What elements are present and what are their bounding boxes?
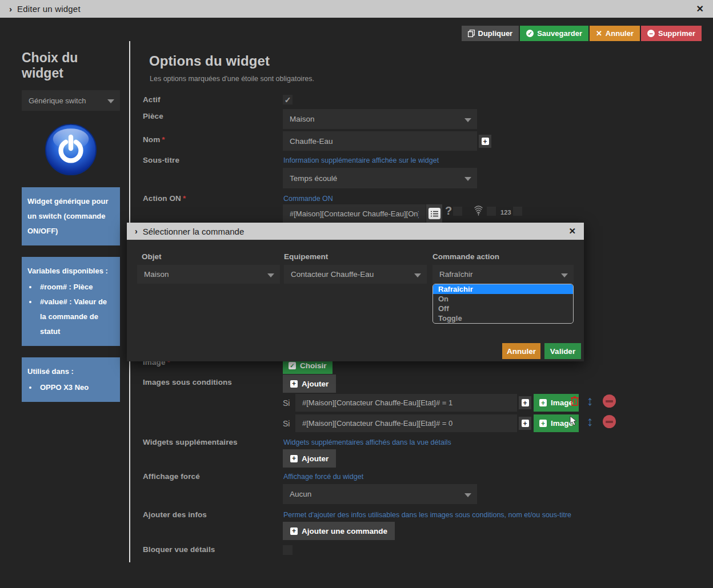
used-in-box: Utilisé dans : OPPO X3 Neo [22, 357, 120, 402]
widgets-sup-help: Widgets supplémentaires affichés dans la… [283, 438, 451, 446]
mouse-cursor [570, 416, 578, 426]
widget-description: Widget générique pour un switch (command… [27, 197, 108, 235]
equipement-select[interactable]: Contacteur Chauffe-Eau [284, 265, 427, 284]
list-icon [428, 208, 440, 219]
modal-title: Sélectionner la commande [143, 227, 245, 236]
condition-input-2[interactable] [295, 414, 517, 432]
add-widget-button[interactable]: + Ajouter [283, 449, 336, 468]
edit-widget-window: › Editer un widget ✕ Dupliquer ✓ Sauvega… [0, 0, 713, 588]
nom-input[interactable] [283, 131, 477, 151]
delete-button[interactable]: − Supprimer [641, 26, 702, 41]
objet-label: Objet [142, 252, 162, 261]
plus-icon: + [522, 399, 529, 406]
variable-item: #room# : Pièce [38, 280, 114, 295]
variable-item: #value# : Valeur de la commande de statu… [38, 295, 114, 339]
modal-validate-button[interactable]: Valider [544, 343, 581, 359]
condition-add-button-2[interactable]: + [519, 417, 531, 430]
reorder-icon[interactable]: ↕ [587, 415, 594, 428]
cancel-button[interactable]: ✕ Annuler [590, 26, 640, 41]
actif-checkbox[interactable]: ✓ [283, 95, 293, 104]
sous-titre-value: Temps écoulé [290, 174, 337, 183]
sous-titre-select[interactable]: Temps écoulé [283, 168, 477, 188]
plus-icon: + [482, 138, 489, 145]
save-label: Sauvegarder [537, 29, 582, 38]
check-square-icon: ✓ [289, 362, 296, 369]
used-in-title: Utilisé dans : [27, 364, 114, 379]
cancel-label: Annuler [606, 29, 634, 38]
save-button[interactable]: ✓ Sauvegarder [520, 26, 588, 41]
si-label: Si [283, 419, 290, 428]
piece-label: Pièce [143, 112, 163, 120]
check-circle-icon: ✓ [526, 30, 534, 37]
affichage-select[interactable]: Aucun [283, 484, 477, 504]
widgets-sup-label: Widgets supplémentaires [143, 438, 238, 446]
remove-condition-button-2[interactable] [603, 415, 616, 428]
fingerprint-checkbox[interactable] [487, 207, 496, 216]
window-title: Editer un widget [17, 4, 81, 14]
chevron-down-icon [414, 273, 421, 277]
action-on-label: Action ON* [143, 194, 186, 203]
form-title: Options du widget [149, 53, 270, 69]
variables-box: Variables disponibles : #room# : Pièce #… [22, 257, 120, 346]
option-on[interactable]: On [433, 294, 573, 304]
objet-value: Maison [144, 270, 169, 279]
close-window-icon[interactable]: ✕ [696, 3, 704, 14]
trash-icon[interactable] [571, 396, 579, 406]
infos-help: Permet d'ajouter des infos utilisables d… [283, 511, 571, 519]
question-icon: ? [445, 204, 452, 218]
numeric-badge: 123 [500, 209, 511, 216]
action-on-help: Commande ON [283, 195, 333, 203]
actif-label: Actif [143, 95, 161, 104]
cross-icon: ✕ [596, 29, 602, 38]
add-command-label: Ajouter une commande [302, 527, 387, 535]
add-command-button[interactable]: + Ajouter une commande [283, 522, 395, 540]
reorder-icon[interactable]: ↕ [587, 394, 594, 408]
condition-image-label: Image [551, 398, 573, 407]
remove-condition-button-1[interactable] [603, 394, 616, 408]
option-rafraichir[interactable]: Rafraîchir [433, 284, 573, 294]
condition-input-1[interactable] [295, 394, 517, 412]
duplicate-label: Dupliquer [478, 29, 513, 38]
option-off[interactable]: Off [433, 304, 573, 313]
equipement-label: Equipement [284, 252, 328, 261]
numeric-checkbox[interactable] [513, 207, 522, 216]
equipement-value: Contacteur Chauffe-Eau [291, 270, 374, 279]
si-label: Si [283, 398, 290, 408]
select-command-modal: › Sélectionner la commande ✕ Objet Maiso… [127, 223, 584, 361]
nom-label: Nom* [143, 135, 165, 144]
plus-icon: + [290, 380, 298, 388]
select-command-button[interactable] [426, 204, 442, 223]
choose-image-label: Choisir [300, 361, 327, 370]
delete-label: Supprimer [658, 29, 695, 38]
add-condition-button[interactable]: + Ajouter [283, 374, 336, 393]
action-on-label-text: Action ON [143, 194, 181, 203]
window-titlebar: › Editer un widget ✕ [0, 0, 713, 18]
affichage-help: Affichage forcé du widget [283, 473, 363, 481]
option-toggle[interactable]: Toggle [433, 313, 573, 323]
chevron-down-icon [107, 99, 114, 103]
toolbar: Dupliquer ✓ Sauvegarder ✕ Annuler − Supp… [462, 26, 702, 41]
modal-close-icon[interactable]: ✕ [568, 226, 576, 236]
modal-cancel-button[interactable]: Annuler [502, 343, 540, 359]
bloquer-checkbox[interactable] [283, 545, 293, 555]
add-condition-label: Ajouter [302, 380, 329, 388]
condition-add-button-1[interactable]: + [519, 396, 531, 409]
infos-label: Ajouter des infos [143, 510, 207, 519]
duplicate-button[interactable]: Dupliquer [462, 26, 519, 41]
widget-type-value: Générique switch [29, 96, 86, 105]
images-conditions-label: Images sous conditions [143, 378, 232, 386]
piece-select[interactable]: Maison [283, 109, 477, 129]
commande-options-list: Rafraîchir On Off Toggle [432, 284, 574, 324]
affichage-value: Aucun [290, 490, 311, 498]
add-widget-label: Ajouter [302, 454, 329, 463]
widget-type-select[interactable]: Générique switch [22, 90, 120, 111]
nom-add-button[interactable]: + [479, 135, 491, 148]
commande-select[interactable]: Rafraîchir [432, 265, 574, 284]
plus-icon: + [290, 455, 298, 462]
objet-select[interactable]: Maison [137, 265, 280, 284]
action-on-input[interactable] [283, 204, 426, 223]
sous-titre-label: Sous-titre [143, 156, 179, 164]
question-checkbox[interactable] [453, 207, 462, 216]
widget-preview [22, 123, 120, 176]
affichage-label: Affichage forcé [143, 472, 200, 481]
